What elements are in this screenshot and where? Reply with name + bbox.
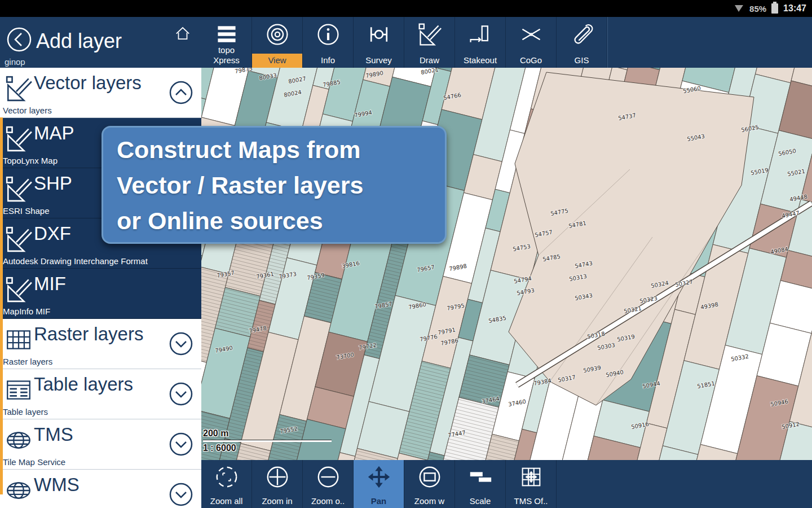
zoom-all-icon	[201, 461, 251, 493]
brand-label: topo Xpress	[201, 45, 251, 68]
sidebar-item-tms[interactable]: TMS Tile Map Service	[0, 419, 201, 470]
scale-bar	[203, 440, 332, 442]
sidebar-item-table-layers[interactable]: Table layers Table layers	[0, 369, 201, 419]
chevron-down-icon[interactable]	[167, 380, 195, 408]
chevron-down-icon[interactable]	[167, 481, 195, 508]
pan-button[interactable]: Pan	[354, 460, 404, 508]
tab-draw[interactable]: Draw	[404, 17, 455, 68]
cogo-icon	[506, 19, 556, 50]
map-scale: 200 m 1 : 6000	[203, 428, 332, 453]
vector-icon	[5, 225, 33, 253]
chevron-down-icon[interactable]	[167, 431, 195, 458]
clock: 13:47	[783, 3, 806, 14]
panel-header: Add layer ginop	[0, 17, 201, 68]
tms-offline-button[interactable]: TMS Of..	[506, 460, 557, 508]
tab-cogo[interactable]: CoGo	[506, 17, 557, 68]
chevron-up-icon[interactable]	[167, 79, 195, 106]
zoom-out-icon	[303, 461, 353, 493]
stakeout-icon	[455, 19, 505, 50]
add-layer-panel: Add layer ginop Vector layers Vector lay…	[0, 17, 201, 508]
tab-gis[interactable]: GIS	[557, 17, 607, 68]
globe-icon	[5, 476, 33, 505]
info-icon	[303, 19, 353, 50]
project-name: ginop	[5, 57, 25, 67]
app-screen: 85% 13:47 topo Xpress View Info	[0, 0, 812, 508]
draw-icon	[404, 19, 454, 50]
pan-icon	[354, 461, 404, 493]
tab-survey[interactable]: Survey	[354, 17, 404, 68]
tms-offline-icon	[506, 461, 556, 493]
scale-ratio: 1 : 6000	[203, 443, 332, 453]
tab-stakeout[interactable]: Stakeout	[455, 17, 506, 68]
sidebar-item-raster-layers[interactable]: Raster layers Raster layers	[0, 319, 201, 369]
battery-icon	[771, 3, 778, 14]
toolbar-filler	[607, 17, 812, 68]
zoom-window-button[interactable]: Zoom w	[404, 460, 455, 508]
zoom-in-icon	[252, 461, 302, 493]
network-signal-icon	[734, 4, 744, 13]
back-button[interactable]	[6, 26, 33, 53]
tab-view[interactable]: View	[252, 17, 303, 68]
scale-button[interactable]: Scale	[455, 460, 506, 508]
paperclip-icon	[557, 19, 607, 50]
panel-title: Add layer	[36, 29, 122, 53]
view-icon	[252, 19, 302, 50]
tab-info[interactable]: Info	[303, 17, 354, 68]
bottom-toolbar: Zoom all Zoom in Zoom o.. Pan Zoom w	[201, 460, 812, 508]
sidebar-item-mif[interactable]: MIF MapInfo MIF	[0, 269, 201, 319]
status-bar: 85% 13:47	[0, 0, 812, 17]
zoom-window-icon	[404, 461, 454, 493]
vector-icon	[5, 175, 33, 203]
scale-distance: 200 m	[203, 428, 332, 439]
tutorial-callout: Construct Maps from Vector / Raster laye…	[102, 126, 447, 244]
battery-percent: 85%	[749, 4, 766, 14]
home-button[interactable]	[174, 25, 191, 42]
table-icon	[5, 376, 33, 404]
sidebar-item-wms[interactable]: WMS Web Map Service	[0, 470, 201, 508]
globe-icon	[5, 426, 33, 454]
vector-icon	[5, 75, 33, 103]
menu-button[interactable]: topo Xpress	[201, 17, 252, 68]
sidebar-scrollbar[interactable]	[0, 117, 3, 494]
chevron-down-icon[interactable]	[167, 330, 195, 357]
vector-icon	[5, 125, 33, 153]
zoom-all-button[interactable]: Zoom all	[201, 460, 252, 508]
zoom-out-button[interactable]: Zoom o..	[303, 460, 354, 508]
zoom-in-button[interactable]: Zoom in	[252, 460, 303, 508]
top-toolbar: topo Xpress View Info Survey	[201, 17, 812, 68]
sidebar-item-vector-layers[interactable]: Vector layers Vector layers	[0, 68, 201, 118]
vector-icon	[5, 275, 33, 304]
raster-icon	[5, 326, 33, 354]
survey-icon	[354, 19, 404, 50]
scale-icon	[455, 461, 505, 493]
